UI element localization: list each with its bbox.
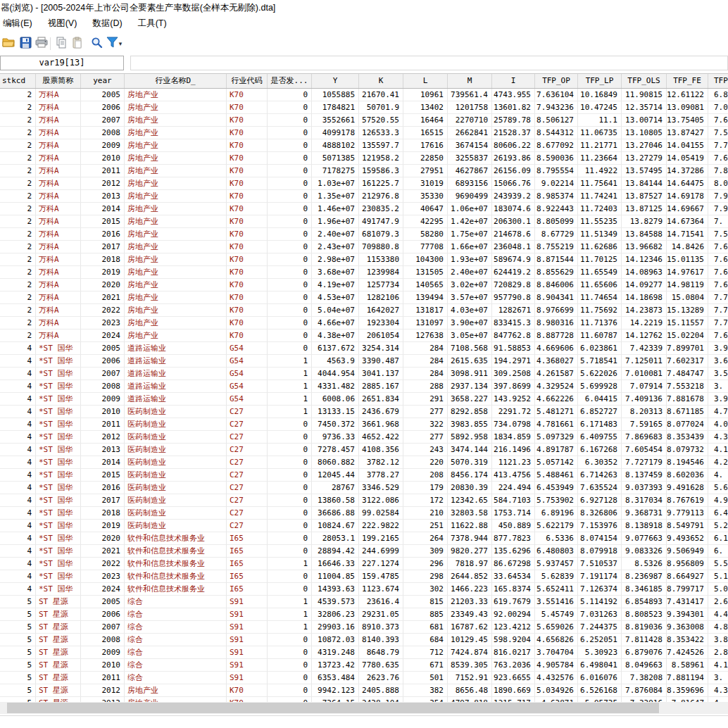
cell-L[interactable]: 885 — [403, 608, 448, 621]
cell-indcode[interactable]: C27 — [227, 444, 268, 456]
cell-L[interactable]: 42295 — [403, 215, 448, 228]
cell-TFP_OP[interactable]: 8.980316 — [535, 317, 578, 330]
column-header-issue[interactable]: 是否发... — [268, 74, 312, 88]
cell-TFP_FE[interactable]: 8.956809 — [667, 558, 708, 570]
cell-issue[interactable]: 0 — [268, 165, 312, 177]
cell-TFP_OP[interactable]: 8.67729 — [535, 228, 578, 241]
cell-indcode[interactable]: K70 — [227, 215, 268, 228]
cell-indcode[interactable]: I65 — [227, 545, 268, 558]
cell-M[interactable]: 32803.58 — [448, 507, 492, 520]
cell-name[interactable]: *ST 国华 — [36, 507, 81, 520]
cell-K[interactable]: 99.02584 — [359, 507, 403, 520]
column-header-M[interactable]: M — [448, 74, 492, 88]
cell-M[interactable]: 2.40e+07 — [448, 266, 492, 279]
cell-K[interactable]: 1153380 — [359, 253, 403, 266]
cell-TFP_cut[interactable]: 4.1 — [708, 444, 728, 456]
cell-TFP_cut[interactable]: 4.2 — [708, 456, 728, 469]
cell-year[interactable]: 2014 — [81, 203, 125, 215]
cell-name[interactable]: 万科A — [36, 215, 81, 228]
cell-name[interactable]: *ST 国华 — [36, 469, 81, 482]
cell-year[interactable]: 2020 — [81, 279, 125, 291]
cell-year[interactable]: 2007 — [81, 114, 125, 127]
cell-issue[interactable]: 0 — [268, 456, 312, 469]
cell-I[interactable]: 598.9204 — [492, 634, 535, 646]
cell-L[interactable]: 382 — [403, 684, 448, 697]
cell-indcode[interactable]: S91 — [227, 634, 268, 646]
cell-TFP_cut[interactable]: 4.0 — [708, 418, 728, 431]
cell-name[interactable]: *ST 国华 — [36, 570, 81, 583]
cell-Y[interactable]: 11004.85 — [312, 570, 359, 583]
cell-Y[interactable]: 3.68e+07 — [312, 266, 359, 279]
cell-TFP_LP[interactable]: 11.71376 — [578, 317, 622, 330]
cell-M[interactable]: 3255837 — [448, 152, 492, 165]
cell-TFP_OLS[interactable]: 13.84588 — [622, 228, 667, 241]
cell-stkcd[interactable]: 5 — [0, 596, 36, 608]
cell-TFP_FE[interactable]: 9.779113 — [667, 507, 708, 520]
cell-I[interactable]: 165.8374 — [492, 583, 535, 596]
cell-Y[interactable]: 4099178 — [312, 127, 359, 139]
cell-stkcd[interactable]: 4 — [0, 494, 36, 507]
cell-year[interactable]: 2020 — [81, 532, 125, 545]
cell-TFP_LP[interactable]: 7.635524 — [578, 482, 622, 494]
cell-TFP_OP[interactable]: 8.904341 — [535, 291, 578, 304]
cell-issue[interactable]: 0 — [268, 520, 312, 532]
cell-TFP_OLS[interactable]: 8.5326 — [622, 558, 667, 570]
cell-TFP_cut[interactable]: 7.6 — [708, 266, 728, 279]
cell-industry[interactable]: 综合 — [125, 672, 227, 684]
cell-L[interactable]: 284 — [403, 355, 448, 368]
print-button[interactable] — [34, 36, 49, 51]
cell-issue[interactable]: 0 — [268, 215, 312, 228]
cell-TFP_FE[interactable]: 8.602036 — [667, 469, 708, 482]
cell-TFP_OLS[interactable]: 8.317034 — [622, 494, 667, 507]
cell-stkcd[interactable]: 2 — [0, 165, 36, 177]
cell-industry[interactable]: 软件和信息技术服务业 — [125, 532, 227, 545]
cell-stkcd[interactable]: 5 — [0, 684, 36, 697]
cell-M[interactable]: 2644.852 — [448, 570, 492, 583]
cell-TFP_LP[interactable]: 6.409755 — [578, 431, 622, 444]
cell-TFP_LP[interactable]: 7.191174 — [578, 570, 622, 583]
cell-year[interactable]: 2005 — [81, 596, 125, 608]
cell-indcode[interactable]: G54 — [227, 355, 268, 368]
cell-TFP_OLS[interactable]: 7.010081 — [622, 368, 667, 380]
cell-TFP_cut[interactable]: 5.1 — [708, 570, 728, 583]
cell-issue[interactable]: 0 — [268, 127, 312, 139]
cell-stkcd[interactable]: 2 — [0, 330, 36, 342]
cell-I[interactable]: 135.6296 — [492, 545, 535, 558]
cell-industry[interactable]: 房地产业 — [125, 89, 227, 101]
cell-TFP_OLS[interactable]: 14.2219 — [622, 317, 667, 330]
cell-stkcd[interactable]: 4 — [0, 342, 36, 355]
cell-TFP_LP[interactable]: 11.06735 — [578, 127, 622, 139]
cell-TFP_cut[interactable]: 3.5 — [708, 368, 728, 380]
cell-TFP_LP[interactable]: 11.72403 — [578, 203, 622, 215]
cell-L[interactable]: 127638 — [403, 330, 448, 342]
cell-TFP_cut[interactable]: 4.4 — [708, 608, 728, 621]
cell-year[interactable]: 2015 — [81, 469, 125, 482]
cell-TFP_OLS[interactable]: 8.20313 — [622, 406, 667, 418]
cell-stkcd[interactable]: 4 — [0, 418, 36, 431]
cell-TFP_FE[interactable]: 14.37286 — [667, 165, 708, 177]
cell-I[interactable]: 214678.6 — [492, 228, 535, 241]
cell-industry[interactable]: 医药制造业 — [125, 482, 227, 494]
cell-issue[interactable]: 0 — [268, 469, 312, 482]
cell-TFP_OP[interactable]: 7.636104 — [535, 89, 578, 101]
cell-name[interactable]: ST 星源 — [36, 634, 81, 646]
cell-name[interactable]: 万科A — [36, 114, 81, 127]
cell-industry[interactable]: 医药制造业 — [125, 431, 227, 444]
cell-name[interactable]: *ST 国华 — [36, 418, 81, 431]
column-header-name[interactable]: 股票简称 — [36, 74, 81, 88]
menu-item-0[interactable]: 编辑(E) — [0, 14, 40, 32]
cell-TFP_OP[interactable]: 8.544312 — [535, 127, 578, 139]
cell-M[interactable]: 20830.39 — [448, 482, 492, 494]
cell-I[interactable]: 847762.8 — [492, 330, 535, 342]
cell-L[interactable]: 16464 — [403, 114, 448, 127]
cell-L[interactable]: 17616 — [403, 139, 448, 152]
cell-indcode[interactable]: C27 — [227, 520, 268, 532]
cell-industry[interactable]: 医药制造业 — [125, 469, 227, 482]
cell-L[interactable]: 684 — [403, 634, 448, 646]
cell-TFP_OP[interactable]: 8.755219 — [535, 241, 578, 253]
cell-indcode[interactable]: C27 — [227, 406, 268, 418]
cell-TFP_OP[interactable]: 5.753902 — [535, 494, 578, 507]
cell-TFP_OP[interactable]: 4.891787 — [535, 444, 578, 456]
cell-industry[interactable]: 房地产业 — [125, 228, 227, 241]
cell-TFP_OLS[interactable]: 9.368731 — [622, 507, 667, 520]
